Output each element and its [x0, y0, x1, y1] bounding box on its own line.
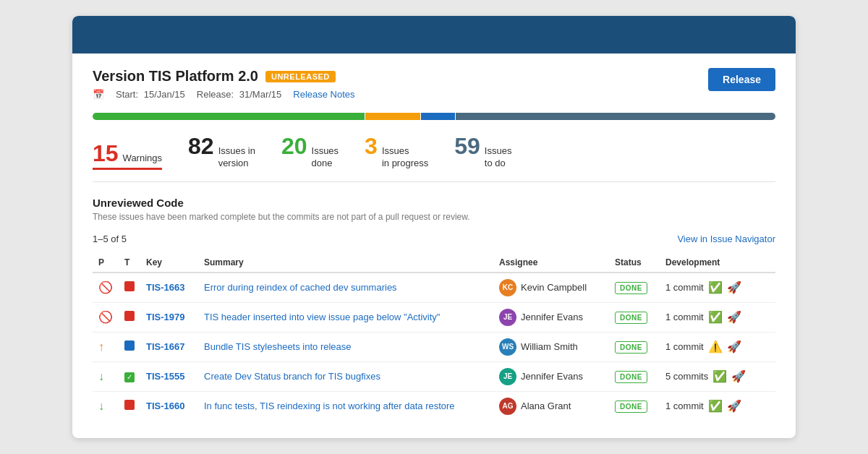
issues-todo-count: 59: [454, 134, 480, 158]
assignee-cell: JE Jennifer Evans: [493, 302, 609, 332]
assignee-avatar: JE: [499, 309, 516, 326]
priority-down-icon: ↓: [98, 370, 104, 382]
stat-issues-done: 20 Issuesdone: [281, 134, 339, 170]
status-badge: DONE: [615, 312, 647, 324]
issue-key-link[interactable]: TIS-1667: [146, 341, 184, 352]
table-row: ↑ TIS-1667 Bundle TIS stylesheets into r…: [93, 332, 775, 361]
dev-warning-icon: ⚠️: [708, 340, 723, 354]
type-bug-icon: [124, 400, 135, 410]
progress-blue: [421, 113, 455, 120]
type-story-icon: ✓: [124, 372, 135, 382]
card-body: Version TIS Platform 2.0 UNRELEASED 📅 St…: [72, 53, 796, 438]
section-toolbar: 1–5 of 5 View in Issue Navigator: [93, 234, 775, 244]
type-bug-icon: [124, 281, 135, 291]
priority-blocker-icon: 🚫: [98, 281, 113, 294]
commits-label: 1 commit: [665, 312, 704, 322]
summary-cell: In func tests, TIS reindexing is not wor…: [198, 391, 493, 421]
table-row: ↓ ✓ TIS-1555 Create Dev Status branch fo…: [93, 361, 775, 391]
assignee-avatar: KC: [499, 279, 516, 296]
assignee-cell: WS William Smith: [493, 332, 609, 361]
progress-todo: [456, 113, 775, 120]
status-cell: DONE: [609, 302, 660, 332]
assignee-cell: JE Jennifer Evans: [493, 361, 609, 391]
warnings-count: 15: [93, 142, 119, 165]
issues-todo-label: Issuesto do: [485, 145, 512, 170]
release-notes-link[interactable]: Release Notes: [293, 89, 354, 100]
start-date-label: Start: 15/Jan/15: [116, 89, 185, 100]
priority-blocker-icon: 🚫: [98, 311, 113, 323]
issue-key-link[interactable]: TIS-1555: [146, 371, 184, 382]
version-title: Version TIS Platform 2.0 UNRELEASED: [93, 68, 355, 85]
issue-key-link[interactable]: TIS-1663: [146, 282, 184, 293]
progress-done: [93, 113, 365, 120]
issues-done-count: 20: [281, 134, 307, 158]
type-bug-icon: [124, 311, 135, 321]
summary-cell: Bundle TIS stylesheets into release: [198, 332, 493, 361]
card-header: [72, 16, 796, 53]
priority-cell: ↓: [93, 391, 119, 421]
priority-cell: 🚫: [93, 302, 119, 332]
commits-label: 1 commit: [665, 341, 704, 352]
dev-check-icon: ✅: [708, 399, 723, 413]
issue-key-link[interactable]: TIS-1979: [146, 312, 184, 322]
key-cell: TIS-1667: [140, 332, 198, 361]
version-left: Version TIS Platform 2.0 UNRELEASED 📅 St…: [93, 68, 355, 100]
issue-summary-link[interactable]: Error during reindex of cached dev summa…: [204, 282, 397, 293]
assignee-avatar: WS: [499, 338, 516, 356]
issue-summary-link[interactable]: In func tests, TIS reindexing is not wor…: [204, 401, 455, 411]
deploy-icon: 🚀: [727, 399, 741, 413]
issues-table: P T Key Summary Assignee Status Developm…: [93, 253, 775, 421]
status-cell: DONE: [609, 361, 660, 391]
commits-label: 5 commits: [665, 371, 708, 382]
status-badge: DONE: [615, 282, 647, 294]
summary-cell: TIS header inserted into view issue page…: [198, 302, 493, 332]
key-cell: TIS-1660: [140, 391, 198, 421]
key-cell: TIS-1663: [140, 273, 198, 303]
status-cell: DONE: [609, 391, 660, 421]
col-header-summary: Summary: [198, 253, 493, 273]
col-header-assignee: Assignee: [493, 253, 609, 273]
stat-issues-version: 82 Issues inversion: [188, 134, 255, 170]
type-cell: [119, 302, 140, 332]
commits-label: 1 commit: [665, 282, 704, 293]
view-in-navigator-link[interactable]: View in Issue Navigator: [677, 234, 775, 244]
dev-cell: 1 commit ✅ 🚀: [660, 273, 775, 303]
type-cell: [119, 273, 140, 303]
dev-check-icon: ✅: [708, 280, 723, 294]
type-cell: [119, 391, 140, 421]
col-header-t: T: [119, 253, 140, 273]
priority-cell: ↓: [93, 361, 119, 391]
issue-summary-link[interactable]: Create Dev Status branch for TIS bugfixe…: [204, 371, 380, 382]
summary-cell: Error during reindex of cached dev summa…: [198, 273, 493, 303]
col-header-dev: Development: [660, 253, 775, 273]
section-title: Unreviewed Code: [93, 197, 775, 209]
priority-up-icon: ↑: [98, 340, 104, 353]
version-row: Version TIS Platform 2.0 UNRELEASED 📅 St…: [93, 68, 775, 100]
release-button[interactable]: Release: [708, 68, 775, 91]
status-cell: DONE: [609, 332, 660, 361]
type-cell: ✓: [119, 361, 140, 391]
unreleased-badge: UNRELEASED: [265, 71, 336, 82]
issue-key-link[interactable]: TIS-1660: [146, 401, 184, 411]
results-count: 1–5 of 5: [93, 234, 127, 244]
stat-warnings: 15 Warnings: [93, 142, 162, 170]
deploy-icon: 🚀: [727, 280, 741, 294]
release-date-label: Release: 31/Mar/15: [197, 89, 281, 100]
deploy-icon: 🚀: [731, 369, 746, 383]
dev-cell: 1 commit ✅ 🚀: [660, 391, 775, 421]
key-cell: TIS-1979: [140, 302, 198, 332]
key-cell: TIS-1555: [140, 361, 198, 391]
status-badge: DONE: [615, 341, 647, 354]
issue-summary-link[interactable]: Bundle TIS stylesheets into release: [204, 341, 352, 352]
col-header-key: Key: [140, 253, 198, 273]
status-badge: DONE: [615, 371, 647, 383]
dev-cell: 5 commits ✅ 🚀: [660, 361, 775, 391]
issue-summary-link[interactable]: TIS header inserted into view issue page…: [204, 312, 440, 322]
calendar-icon: 📅: [93, 89, 104, 100]
type-cell: [119, 332, 140, 361]
assignee-avatar: AG: [499, 398, 516, 415]
assignee-name: Jennifer Evans: [521, 371, 583, 382]
deploy-icon: 🚀: [727, 310, 741, 324]
stat-issues-inprogress: 3 Issuesin progress: [365, 134, 428, 170]
priority-cell: ↑: [93, 332, 119, 361]
